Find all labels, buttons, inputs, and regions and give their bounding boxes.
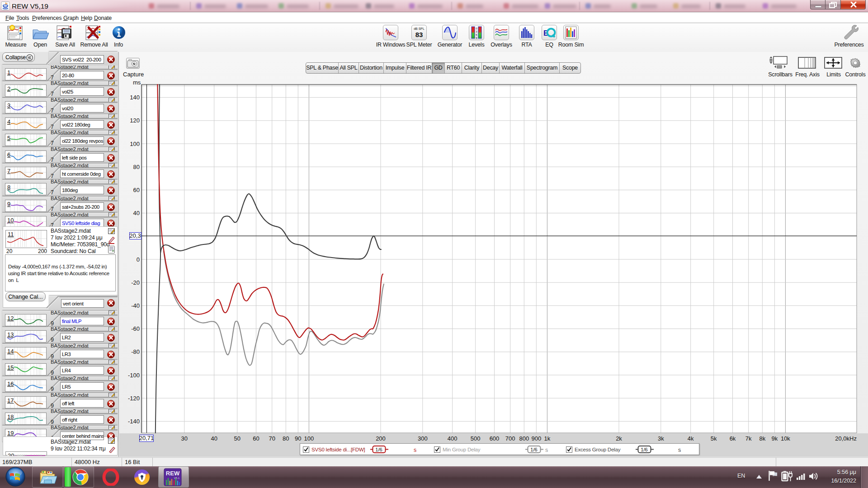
svg-text:120: 120 (130, 117, 140, 124)
svg-text:0: 0 (137, 256, 140, 263)
svg-text:60: 60 (253, 435, 259, 442)
svg-text:-80: -80 (131, 348, 140, 355)
svg-text:90: 90 (295, 435, 301, 442)
svg-text:40: 40 (133, 210, 140, 216)
svg-text:REW: REW (166, 470, 180, 477)
svg-text:8k: 8k (759, 435, 765, 442)
svg-text:100: 100 (130, 141, 140, 147)
svg-text:6k: 6k (730, 435, 736, 442)
svg-text:900: 900 (531, 435, 541, 442)
svg-text:2k: 2k (616, 435, 622, 442)
svg-text:60: 60 (133, 187, 140, 193)
svg-text:-120: -120 (128, 395, 140, 402)
svg-text:-60: -60 (131, 325, 140, 332)
svg-text:10k: 10k (781, 435, 790, 442)
svg-text:70: 70 (269, 435, 275, 442)
svg-text:20,71: 20,71 (139, 435, 154, 441)
svg-text:7k: 7k (745, 435, 752, 442)
svg-text:140: 140 (130, 94, 140, 101)
svg-text:600: 600 (490, 435, 500, 442)
svg-text:-40: -40 (131, 302, 140, 309)
svg-text:4k: 4k (688, 435, 694, 442)
svg-text:30: 30 (181, 435, 188, 442)
svg-text:-140: -140 (128, 418, 140, 425)
svg-text:3k: 3k (658, 435, 664, 442)
svg-text:1k: 1k (544, 435, 551, 442)
svg-text:500: 500 (471, 435, 481, 442)
svg-text:5k: 5k (711, 435, 717, 442)
svg-text:20,3: 20,3 (129, 232, 141, 239)
svg-text:80: 80 (283, 435, 289, 442)
svg-text:50: 50 (234, 435, 240, 442)
svg-text:V5.1: V5.1 (174, 477, 180, 479)
svg-text:-20: -20 (131, 279, 140, 286)
svg-text:100: 100 (304, 435, 314, 442)
svg-text:300: 300 (418, 435, 428, 442)
svg-text:1/6: 1/6 (375, 447, 382, 452)
svg-text:1/6: 1/6 (641, 447, 647, 452)
svg-text:200: 200 (376, 435, 386, 442)
svg-text:700: 700 (505, 435, 515, 442)
svg-text:20,0kHz: 20,0kHz (835, 435, 857, 442)
svg-text:9k: 9k (771, 435, 778, 442)
svg-text:1/6: 1/6 (530, 447, 537, 452)
svg-text:800: 800 (519, 435, 529, 442)
svg-text:40: 40 (211, 435, 217, 442)
svg-text:400: 400 (448, 435, 458, 442)
svg-text:-100: -100 (128, 372, 140, 379)
svg-text:80: 80 (133, 164, 140, 170)
